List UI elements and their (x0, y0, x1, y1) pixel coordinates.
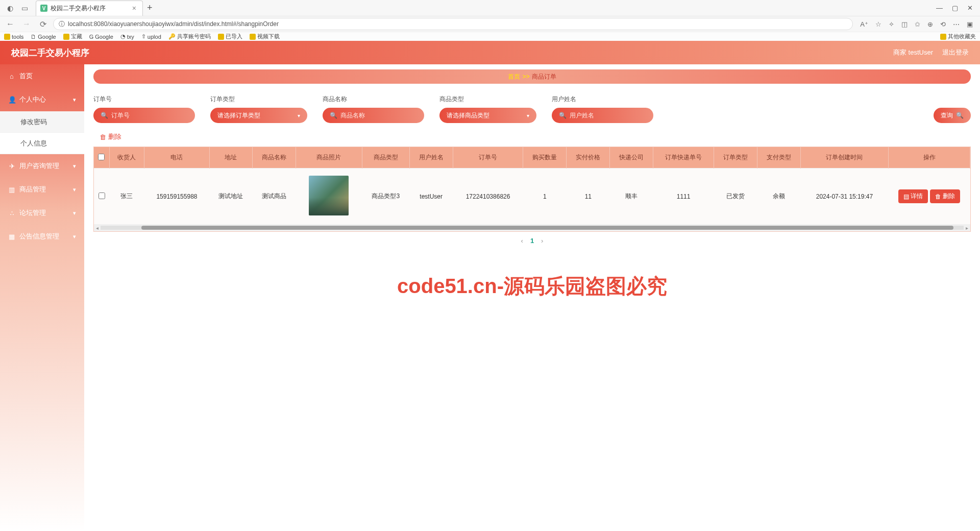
bookmark-item[interactable]: 视频下载 (250, 33, 280, 40)
address-bar[interactable]: ⓘ localhost:8080/xiaoyuanershoujiaoyiwx/… (53, 18, 853, 30)
favicon-icon: V (40, 5, 47, 12)
sidebar: ⌂ 首页 👤 个人中心 ▾ 修改密码 个人信息 ✈ 用户咨询管理 ▾ ▥ 商品管… (0, 41, 84, 531)
bookmark-item[interactable]: 宝藏 (63, 33, 82, 40)
chevron-down-icon: ▾ (298, 113, 300, 118)
chevron-down-icon: ▾ (73, 210, 76, 216)
table-row: 张三 159159155988 测试地址 测试商品 商品类型3 testUser… (94, 168, 970, 225)
product-thumbnail[interactable] (309, 176, 349, 215)
app-header: 校园二手交易小程序 商家 testUser 退出登录 (0, 41, 980, 64)
filter-label: 商品名称 (323, 95, 424, 104)
order-table: 收货人 电话 地址 商品名称 商品照片 商品类型 用户姓名 订单号 购买数量 实… (93, 147, 971, 232)
other-bookmarks[interactable]: 其他收藏夹 (940, 33, 976, 40)
filter-label: 用户姓名 (552, 95, 653, 104)
scroll-thumb[interactable] (141, 226, 953, 230)
copilot-icon[interactable]: ▣ (967, 20, 973, 28)
search-icon: 🔍 (559, 112, 567, 119)
order-no-input[interactable]: 🔍 (93, 108, 195, 123)
search-button[interactable]: 查询 🔍 (934, 108, 971, 123)
product-name-input[interactable]: 🔍 (323, 108, 424, 123)
close-window-icon[interactable]: ✕ (967, 4, 973, 12)
tab-title: 校园二手交易小程序 (51, 4, 106, 13)
current-user[interactable]: 商家 testUser (893, 48, 933, 57)
split-icon[interactable]: ◫ (901, 20, 908, 28)
sidebar-sub-password[interactable]: 修改密码 (0, 111, 84, 133)
table-header-row: 收货人 电话 地址 商品名称 商品照片 商品类型 用户姓名 订单号 购买数量 实… (94, 147, 970, 168)
reload-icon[interactable]: ⟳ (37, 19, 49, 29)
chevron-down-icon: ▾ (73, 96, 76, 103)
profile-icon[interactable]: ◐ (5, 3, 15, 13)
batch-delete-button[interactable]: 🗑 删除 (100, 132, 121, 141)
url-text: localhost:8080/xiaoyuanershoujiaoyiwx/ad… (68, 20, 279, 28)
breadcrumb-home[interactable]: 首页 (508, 73, 520, 81)
chevron-down-icon: ▾ (527, 113, 529, 118)
new-tab-button[interactable]: + (147, 3, 153, 13)
home-icon: ⌂ (8, 73, 15, 80)
read-aloud-icon[interactable]: A⁺ (860, 20, 868, 28)
row-delete-button[interactable]: 🗑删除 (930, 189, 960, 203)
maximize-icon[interactable]: ▢ (952, 4, 958, 12)
scroll-left-icon[interactable]: ◂ (96, 225, 99, 231)
sidebar-home[interactable]: ⌂ 首页 (0, 64, 84, 88)
app-logo: 校园二手交易小程序 (11, 47, 89, 59)
bookmark-item[interactable]: ◔ txy (120, 33, 134, 40)
collections-icon[interactable]: ✩ (915, 20, 920, 28)
extensions-icon[interactable]: ✧ (889, 20, 894, 28)
chart-icon: ▥ (8, 186, 15, 194)
trash-icon: 🗑 (100, 133, 106, 141)
logout-link[interactable]: 退出登录 (942, 48, 969, 57)
filter-bar: 订单号 🔍 订单类型 请选择订单类型 ▾ 商品名称 🔍 (93, 95, 971, 123)
trash-icon: 🗑 (935, 193, 941, 200)
browser-tab[interactable]: V 校园二手交易小程序 × (36, 1, 143, 16)
tab-close-icon[interactable]: × (130, 4, 138, 12)
user-name-input[interactable]: 🔍 (552, 108, 653, 123)
breadcrumb-current: 商品订单 (532, 73, 556, 81)
search-icon: 🔍 (101, 112, 108, 119)
sidebar-item-forum[interactable]: ⛬ 论坛管理 ▾ (0, 201, 84, 225)
horizontal-scrollbar[interactable]: ◂ ▸ (94, 224, 970, 231)
bookmark-item[interactable]: tools (4, 34, 23, 40)
search-icon: 🔍 (956, 112, 964, 119)
page-number[interactable]: 1 (530, 237, 534, 245)
sidebar-item-notice[interactable]: ▦ 公告信息管理 ▾ (0, 225, 84, 248)
filter-label: 订单号 (93, 95, 195, 104)
sidebar-sub-profile[interactable]: 个人信息 (0, 133, 84, 154)
chevron-down-icon: ▾ (73, 186, 76, 193)
forward-icon: → (20, 19, 33, 29)
downloads-icon[interactable]: ⊕ (927, 20, 933, 28)
favorite-icon[interactable]: ☆ (875, 20, 881, 28)
back-icon[interactable]: ← (4, 19, 16, 29)
search-icon: 🔍 (330, 112, 337, 119)
tabs-icon[interactable]: ▭ (19, 3, 30, 13)
order-type-select[interactable]: 请选择订单类型 ▾ (210, 108, 307, 123)
main-content: 首页 >> 商品订单 订单号 🔍 订单类型 请选择订单类型 ▾ 商品名称 (84, 41, 980, 531)
bookmark-item[interactable]: G Google (89, 34, 113, 40)
scroll-right-icon[interactable]: ▸ (966, 225, 968, 231)
breadcrumb: 首页 >> 商品订单 (93, 69, 971, 84)
send-icon: ✈ (8, 162, 15, 170)
bookmark-item[interactable]: 🗋 Google (31, 34, 56, 40)
group-icon: ⛬ (8, 209, 15, 217)
row-checkbox[interactable] (99, 192, 105, 199)
detail-button[interactable]: ▤详情 (898, 189, 928, 203)
bookmark-item[interactable]: 🔑 共享账号密码 (168, 33, 211, 40)
sidebar-item-consult[interactable]: ✈ 用户咨询管理 ▾ (0, 154, 84, 178)
info-icon: ⓘ (59, 20, 65, 29)
watermark-text: code51.cn-源码乐园盗图必究 (397, 272, 667, 300)
bookmark-item[interactable]: 已导入 (218, 33, 242, 40)
browser-chrome: ◐ ▭ V 校园二手交易小程序 × + — ▢ ✕ ← → ⟳ ⓘ localh… (0, 0, 980, 41)
doc-icon: ▤ (903, 193, 909, 200)
prev-page-icon[interactable]: ‹ (521, 237, 523, 245)
chevron-down-icon: ▾ (73, 233, 76, 240)
filter-label: 商品类型 (439, 95, 536, 104)
product-type-select[interactable]: 请选择商品类型 ▾ (439, 108, 536, 123)
sync-icon[interactable]: ⟲ (940, 20, 946, 28)
select-all-checkbox[interactable] (98, 154, 105, 160)
minimize-icon[interactable]: — (936, 4, 943, 12)
chevron-down-icon: ▾ (73, 163, 76, 170)
next-page-icon[interactable]: › (541, 237, 543, 245)
sidebar-item-product[interactable]: ▥ 商品管理 ▾ (0, 178, 84, 201)
pagination: ‹ 1 › (93, 232, 971, 250)
sidebar-item-personal[interactable]: 👤 个人中心 ▾ (0, 88, 84, 111)
more-icon[interactable]: ⋯ (953, 20, 960, 28)
bookmark-item[interactable]: ⇧ uplod (141, 33, 161, 40)
